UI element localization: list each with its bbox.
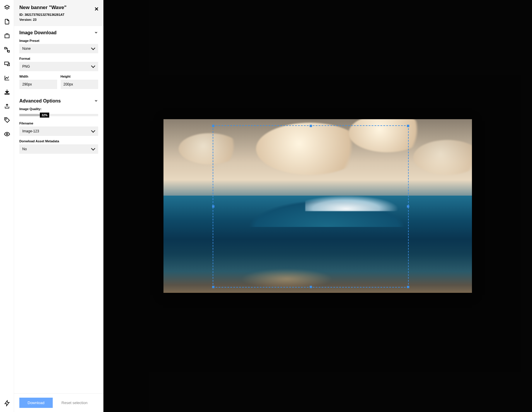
crop-handle-mid-right[interactable] — [407, 205, 409, 208]
select-format[interactable]: PNG — [19, 62, 98, 71]
section-title-advanced: Advanced Options — [19, 98, 61, 104]
section-title-download: Image Download — [19, 30, 57, 35]
panel-header: New banner "Wave" ID: 382173782132781362… — [14, 0, 103, 26]
section-header-download[interactable]: Image Download — [19, 30, 98, 35]
properties-panel: New banner "Wave" ID: 382173782132781362… — [14, 0, 103, 412]
section-header-advanced[interactable]: Advanced Options — [19, 98, 98, 104]
image-preview[interactable] — [163, 119, 472, 293]
upload-icon[interactable] — [4, 102, 11, 110]
panel-title: New banner "Wave" — [19, 5, 98, 11]
crop-handle-bottom-mid[interactable] — [310, 286, 312, 288]
field-format: Format PNG — [19, 57, 98, 71]
select-value: None — [22, 47, 31, 51]
svg-rect-4 — [8, 51, 9, 52]
node-tree-icon[interactable] — [4, 46, 11, 53]
svg-marker-0 — [4, 5, 9, 8]
label-image-preset: Image Preset — [19, 39, 98, 42]
chart-icon[interactable] — [4, 74, 11, 81]
artboard-icon[interactable] — [4, 32, 11, 39]
crop-handle-bottom-right[interactable] — [407, 286, 409, 288]
section-image-download: Image Download Image Preset None Format … — [14, 26, 103, 94]
eye-icon[interactable] — [4, 131, 11, 138]
svg-marker-10 — [5, 401, 9, 406]
label-height: Height — [61, 75, 98, 78]
crop-handle-top-mid[interactable] — [310, 125, 312, 127]
section-advanced: Advanced Options Image Quality: 32% File… — [14, 94, 103, 159]
field-image-preset: Image Preset None — [19, 39, 98, 53]
crop-handle-mid-left[interactable] — [212, 205, 214, 208]
left-icon-rail — [0, 0, 14, 412]
select-metadata[interactable]: No — [19, 144, 98, 154]
canvas-area — [103, 0, 532, 412]
select-value: Image-123 — [22, 129, 39, 133]
select-value: No — [22, 147, 27, 151]
label-metadata: Donwload Asset Metadata — [19, 139, 98, 143]
svg-rect-1 — [5, 35, 9, 38]
panel-footer: Download Reset selection — [14, 393, 103, 412]
select-value: PNG — [22, 64, 30, 69]
label-filename: Filename — [19, 122, 98, 125]
select-image-preset[interactable]: None — [19, 44, 98, 53]
field-width: Width — [19, 75, 57, 89]
layers-icon[interactable] — [4, 4, 11, 11]
panel-version: Version: 23 — [19, 17, 98, 22]
select-filename[interactable]: Image-123 — [19, 126, 98, 136]
svg-rect-6 — [5, 94, 9, 95]
field-filename: Filename Image-123 — [19, 122, 98, 136]
input-height[interactable] — [61, 80, 98, 89]
svg-point-8 — [5, 119, 6, 119]
tag-icon[interactable] — [4, 117, 11, 124]
crop-selection[interactable] — [213, 125, 409, 288]
crop-handle-top-right[interactable] — [407, 125, 409, 127]
label-format: Format — [19, 57, 98, 60]
bolt-icon[interactable] — [4, 400, 11, 407]
download-icon[interactable] — [4, 88, 11, 95]
svg-point-9 — [6, 133, 8, 135]
page-icon[interactable] — [4, 18, 11, 25]
crop-handle-top-left[interactable] — [212, 125, 214, 127]
chevron-down-icon — [94, 99, 98, 104]
chevron-down-icon — [94, 30, 98, 35]
svg-rect-3 — [4, 47, 6, 49]
field-metadata: Donwload Asset Metadata No — [19, 139, 98, 154]
field-quality: Image Quality: 32% — [19, 107, 98, 118]
slider-quality[interactable]: 32% — [19, 112, 98, 118]
input-width[interactable] — [19, 80, 57, 89]
comment-icon[interactable] — [4, 60, 11, 67]
crop-handle-bottom-left[interactable] — [212, 286, 214, 288]
label-width: Width — [19, 75, 57, 78]
decorative-cloud — [413, 140, 472, 175]
label-quality: Image Quality: — [19, 107, 98, 111]
reset-selection-button[interactable]: Reset selection — [62, 401, 88, 405]
download-button[interactable]: Download — [19, 398, 53, 408]
field-height: Height — [61, 75, 98, 89]
panel-id: ID: 38217378213278136281AT — [19, 12, 98, 17]
slider-thumb[interactable]: 32% — [40, 113, 49, 118]
close-icon[interactable]: ✕ — [94, 6, 99, 12]
svg-rect-5 — [4, 62, 8, 65]
